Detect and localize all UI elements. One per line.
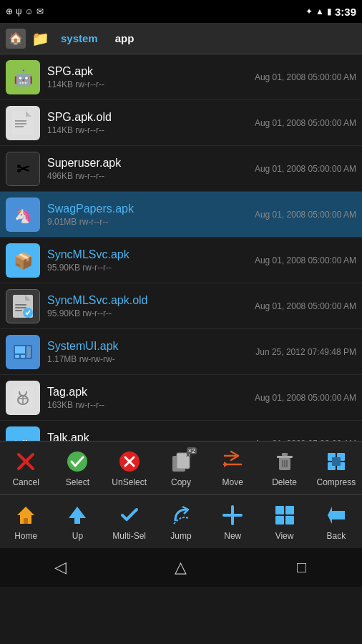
home-sys-button[interactable]: △ xyxy=(160,558,202,577)
svg-rect-63 xyxy=(285,516,294,525)
copy-button[interactable]: ×2 Copy xyxy=(156,449,206,487)
file-meta: 496KB rw-r--r-- xyxy=(47,171,255,181)
cancel-button[interactable]: Cancel xyxy=(1,449,51,487)
svg-rect-14 xyxy=(15,304,26,306)
list-item[interactable]: SyncMLSvc.apk.old 95.90KB rw-r--r-- Aug … xyxy=(0,283,362,329)
file-icon-syncml-old xyxy=(6,289,40,323)
list-item[interactable]: talk Talk.apk 1.59MB rw-r--r-- Aug 01, 2… xyxy=(0,421,362,441)
file-info: Tag.apk 163KB rw-r--r-- xyxy=(47,386,255,410)
list-item[interactable]: ✂ Superuser.apk 496KB rw-r--r-- Aug 01, … xyxy=(0,146,362,192)
svg-text:🦄: 🦄 xyxy=(14,207,32,224)
list-item[interactable]: 📦 SyncMLSvc.apk 95.90KB rw-r--r-- Aug 01… xyxy=(0,238,362,283)
copy-label: Copy xyxy=(171,477,191,487)
list-item[interactable]: 🦄 SwagPapers.apk 9.01MB rw-r--r-- Aug 01… xyxy=(0,192,362,238)
file-meta: 1.17MB rw-rw-rw- xyxy=(47,354,255,364)
nav-bar: 🏠 📁 system app xyxy=(0,23,362,54)
file-name: SyncMLSvc.apk xyxy=(47,248,255,261)
file-icon-systemui xyxy=(6,335,40,369)
android-icon: ⊕ xyxy=(6,6,13,16)
file-date: Aug 01, 2008 05:00:00 AM xyxy=(255,393,356,403)
new-button[interactable]: New xyxy=(207,502,258,541)
svg-rect-22 xyxy=(21,355,25,358)
move-icon xyxy=(220,449,245,474)
copy-icon: ×2 xyxy=(168,449,194,474)
up-button[interactable]: Up xyxy=(52,502,102,541)
file-meta: 95.90KB rw-r--r-- xyxy=(47,263,255,273)
delete-icon xyxy=(272,449,298,474)
up-icon xyxy=(64,502,90,528)
home-button[interactable]: Home xyxy=(1,502,51,541)
view-label: View xyxy=(275,531,294,541)
svg-rect-46 xyxy=(282,453,288,456)
tab-app[interactable]: app xyxy=(109,29,140,47)
file-info: SPG.apk.old 114KB rw-r--r-- xyxy=(47,111,255,135)
list-item[interactable]: SPG.apk.old 114KB rw-r--r-- Aug 01, 2008… xyxy=(0,100,362,146)
svg-rect-54 xyxy=(332,457,341,466)
file-info: Superuser.apk 496KB rw-r--r-- xyxy=(47,157,255,181)
usb-icon: ψ xyxy=(16,6,22,16)
back-button[interactable]: Back xyxy=(311,502,361,541)
delete-label: Delete xyxy=(272,477,297,487)
toolbar-bottom: Home Up Multi-Sel Jump xyxy=(0,494,362,548)
file-list: 🤖 SPG.apk 114KB rw-r--r-- Aug 01, 2008 0… xyxy=(0,54,362,441)
file-date: Aug 01, 2008 05:00:00 AM xyxy=(255,255,356,265)
file-date: Aug 01, 2008 05:00:00 AM xyxy=(255,301,356,311)
list-item[interactable]: SystemUI.apk 1.17MB rw-rw-rw- Jun 25, 20… xyxy=(0,329,362,375)
svg-marker-57 xyxy=(69,507,86,524)
status-bar: ⊕ ψ ☺ ✉ ✦ ▲ ▮ 3:39 xyxy=(0,0,362,23)
svg-marker-64 xyxy=(328,507,345,524)
file-info: SPG.apk 114KB rw-r--r-- xyxy=(47,65,255,89)
svg-rect-20 xyxy=(15,346,25,353)
move-button[interactable]: Move xyxy=(207,449,258,487)
select-button[interactable]: Select xyxy=(52,449,102,487)
tab-system[interactable]: system xyxy=(55,29,104,47)
file-meta: 163KB rw-r--r-- xyxy=(47,400,255,410)
new-icon xyxy=(220,502,245,528)
multisel-button[interactable]: Multi-Sel xyxy=(104,502,155,541)
home-label: Home xyxy=(14,531,37,541)
view-icon xyxy=(272,502,298,528)
svg-text:✂: ✂ xyxy=(16,160,30,178)
battery-icon: ▮ xyxy=(327,6,332,16)
file-info: Talk.apk 1.59MB rw-r--r-- xyxy=(47,431,255,441)
view-button[interactable]: View xyxy=(260,502,310,541)
svg-rect-60 xyxy=(275,506,284,514)
multisel-icon xyxy=(117,502,142,528)
recent-sys-button[interactable]: □ xyxy=(280,558,323,577)
new-label: New xyxy=(224,531,241,541)
bluetooth-icon: ✦ xyxy=(305,6,313,16)
compress-icon xyxy=(323,449,349,474)
svg-rect-23 xyxy=(26,346,31,358)
smiley-icon: ☺ xyxy=(25,6,34,16)
file-name: SwagPapers.apk xyxy=(47,203,255,215)
delete-button[interactable]: Delete xyxy=(260,449,310,487)
signal-icon: ▲ xyxy=(315,6,324,16)
svg-rect-21 xyxy=(15,355,19,358)
file-name: Superuser.apk xyxy=(47,157,255,170)
jump-button[interactable]: Jump xyxy=(156,502,206,541)
file-info: SwagPapers.apk 9.01MB rw-r--r-- xyxy=(47,203,255,227)
jump-label: Jump xyxy=(170,531,191,541)
file-date: Aug 01, 2008 05:00:00 AM xyxy=(255,439,356,441)
file-icon-doc xyxy=(6,106,40,140)
home-nav-icon[interactable]: 🏠 xyxy=(6,29,26,49)
file-icon-superuser: ✂ xyxy=(6,152,40,186)
unselect-label: UnSelect xyxy=(112,477,147,487)
file-name: SPG.apk.old xyxy=(47,111,255,124)
compress-button[interactable]: Compress xyxy=(311,449,361,487)
back-sys-button[interactable]: ◁ xyxy=(39,558,82,577)
svg-rect-45 xyxy=(277,456,293,458)
file-name: SystemUI.apk xyxy=(47,340,255,353)
cancel-icon xyxy=(13,449,39,474)
toolbar-top: Cancel Select UnSelect ×2 xyxy=(0,441,362,494)
up-label: Up xyxy=(72,531,83,541)
file-info: SyncMLSvc.apk.old 95.90KB rw-r--r-- xyxy=(47,294,255,318)
jump-icon xyxy=(168,502,194,528)
list-item[interactable]: 🤖 SPG.apk 114KB rw-r--r-- Aug 01, 2008 0… xyxy=(0,54,362,100)
svg-marker-43 xyxy=(224,462,228,467)
svg-rect-16 xyxy=(15,310,22,311)
unselect-button[interactable]: UnSelect xyxy=(104,449,155,487)
file-date: Aug 01, 2008 05:00:00 AM xyxy=(255,164,356,174)
gmail-icon: ✉ xyxy=(36,6,44,16)
list-item[interactable]: Tag.apk 163KB rw-r--r-- Aug 01, 2008 05:… xyxy=(0,375,362,421)
